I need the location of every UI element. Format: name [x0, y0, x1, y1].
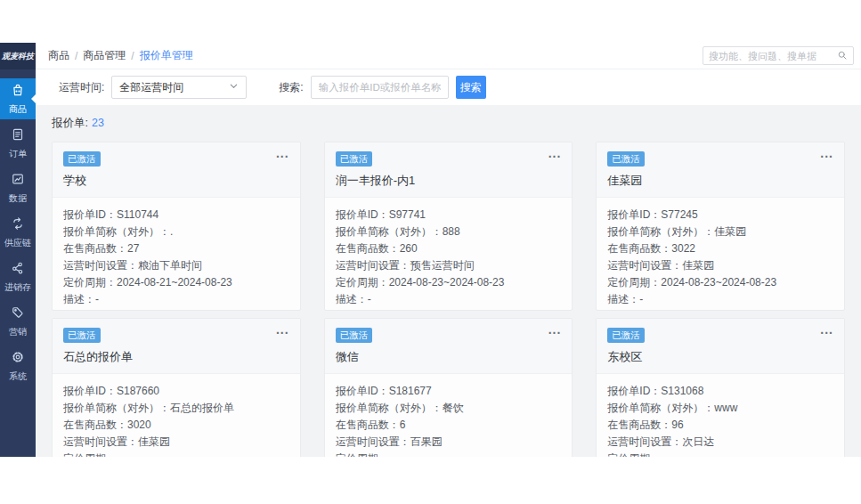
quote-card-header: 已激活 ... 佳菜园: [597, 142, 844, 198]
filter-bar: 运营时间: 全部运营时间 搜索: 搜索: [36, 69, 861, 105]
card-fields: 报价单ID：S77245 报价单简称（对外）：佳菜园 在售商品数：3022 运营…: [597, 198, 844, 311]
global-search-input[interactable]: [709, 51, 837, 61]
card-field-row: 定价周期：-: [336, 451, 562, 457]
card-field-value: .: [170, 225, 173, 238]
status-badge: 已激活: [63, 151, 101, 167]
status-badge: 已激活: [607, 328, 645, 343]
search-icon[interactable]: [837, 48, 848, 64]
sidebar-item-marketing[interactable]: 营销: [0, 301, 36, 342]
quote-card-header: 已激活 ... 石总的报价单: [53, 319, 300, 374]
card-field-label: 报价单ID：: [336, 208, 389, 221]
marketing-tag-icon: [10, 305, 26, 324]
card-field-label: 定价周期：: [63, 452, 117, 457]
card-field-label: 描述：: [607, 293, 639, 305]
goods-bag-icon: [10, 82, 26, 102]
card-field-row: 定价周期：2024-08-21~2024-08-23: [63, 274, 289, 291]
card-field-value: 260: [400, 242, 418, 255]
card-field-value: S110744: [117, 208, 158, 221]
card-field-row: 报价单简称（对外）：.: [63, 224, 289, 240]
global-search-box[interactable]: [703, 46, 854, 65]
sidebar-item-label: 进销存: [4, 281, 31, 294]
quote-count-value: 23: [92, 117, 104, 129]
card-more-button[interactable]: ...: [548, 146, 562, 160]
card-field-label: 运营时间设置：: [607, 435, 682, 448]
status-badge: 已激活: [336, 328, 373, 343]
quote-search-input[interactable]: [311, 76, 449, 99]
card-field-row: 定价周期：2024-08-23~2024-08-23: [336, 274, 562, 291]
card-field-row: 报价单简称（对外）：餐饮: [336, 400, 562, 417]
sidebar-item-system[interactable]: 系统: [0, 345, 36, 386]
card-fields: 报价单ID：S181677 报价单简称（对外）：餐饮 在售商品数：6 运营时间设…: [325, 374, 573, 457]
sidebar-item-supply-chain[interactable]: 供应链: [0, 212, 36, 253]
top-bar: 商品 / 商品管理 / 报价单管理: [36, 43, 861, 69]
card-field-label: 报价单简称（对外）：: [607, 402, 714, 414]
card-more-button[interactable]: ...: [276, 146, 289, 160]
sidebar-item-orders[interactable]: 订单: [0, 123, 36, 164]
card-field-label: 在售商品数：: [336, 242, 400, 255]
card-field-label: 在售商品数：: [607, 419, 671, 431]
quote-card-title: 佳菜园: [607, 173, 833, 189]
card-field-row: 定价周期：-: [63, 451, 289, 457]
card-field-row: 描述：-: [63, 291, 289, 308]
card-field-label: 报价单简称（对外）：: [336, 225, 443, 238]
card-field-value: 2024-08-23~2024-08-23: [389, 276, 505, 289]
card-field-value: -: [368, 293, 371, 305]
card-field-row: 描述：-: [336, 291, 562, 308]
card-field-value: 餐饮: [443, 402, 464, 414]
card-more-button[interactable]: ...: [276, 322, 289, 337]
quote-card-title: 微信: [336, 349, 562, 365]
operation-time-dropdown[interactable]: 全部运营时间: [111, 76, 247, 99]
sidebar-item-inventory[interactable]: 进销存: [0, 256, 36, 297]
card-field-row: 运营时间设置：预售运营时间: [336, 257, 562, 274]
sidebar-item-data[interactable]: 数据: [0, 167, 36, 208]
breadcrumb-item-goods[interactable]: 商品: [48, 48, 69, 63]
search-button[interactable]: 搜索: [456, 76, 486, 99]
card-field-value: 3020: [127, 419, 151, 431]
card-field-label: 定价周期：: [336, 276, 389, 289]
order-doc-icon: [10, 126, 26, 146]
card-field-row: 在售商品数：96: [607, 417, 833, 434]
card-field-label: 报价单ID：: [336, 385, 389, 397]
card-field-label: 在售商品数：: [63, 419, 127, 431]
card-fields: 报价单ID：S110744 报价单简称（对外）：. 在售商品数：27 运营时间设…: [53, 198, 300, 311]
card-more-button[interactable]: ...: [820, 322, 833, 337]
quote-card-title: 东校区: [607, 349, 833, 365]
card-field-row: 在售商品数：27: [63, 240, 289, 257]
card-field-label: 在售商品数：: [336, 419, 400, 431]
card-field-value: -: [389, 452, 393, 457]
breadcrumb-item-goods-management[interactable]: 商品管理: [83, 48, 126, 63]
card-field-row: 描述：-: [607, 291, 833, 308]
card-more-button[interactable]: ...: [820, 146, 833, 160]
company-logo: 观麦科技: [0, 43, 36, 69]
search-filter-label: 搜索:: [279, 80, 303, 95]
card-field-row: 定价周期：-: [607, 451, 833, 457]
card-field-value: -: [117, 452, 120, 457]
quote-card-grid: 已激活 ... 学校 报价单ID：S110744 报价单简称（对外）：. 在售商…: [52, 142, 845, 457]
card-field-label: 报价单ID：: [607, 385, 661, 397]
main-area: 商品 / 商品管理 / 报价单管理 运营时间: 全部运营时间: [36, 43, 861, 457]
card-field-value: 2024-08-23~2024-08-23: [661, 276, 776, 289]
card-field-label: 定价周期：: [607, 276, 661, 289]
card-field-label: 报价单简称（对外）：: [63, 225, 170, 238]
card-field-row: 报价单简称（对外）：石总的报价单: [63, 400, 289, 417]
card-field-label: 描述：: [63, 293, 95, 305]
quote-count-label: 报价单:: [52, 117, 88, 129]
quote-card-title: 学校: [63, 173, 289, 189]
card-field-value: 佳菜园: [682, 259, 714, 272]
sidebar-item-goods[interactable]: 商品: [0, 78, 36, 119]
card-field-value: 2024-08-21~2024-08-23: [117, 276, 232, 289]
card-field-row: 运营时间设置：佳菜园: [63, 434, 289, 451]
status-badge: 已激活: [63, 328, 101, 343]
card-field-label: 运营时间设置：: [336, 259, 410, 272]
card-field-value: S77245: [661, 208, 697, 221]
quote-count-summary: 报价单:23: [52, 116, 845, 131]
quote-card-header: 已激活 ... 润一丰报价-内1: [325, 142, 573, 198]
inventory-share-icon: [10, 260, 26, 280]
card-field-value: 3022: [671, 242, 695, 255]
card-more-button[interactable]: ...: [548, 322, 562, 337]
card-field-row: 报价单简称（对外）：佳菜园: [607, 224, 833, 240]
card-field-row: 运营时间设置：次日达: [607, 434, 833, 451]
quote-card-header: 已激活 ... 学校: [53, 142, 300, 198]
card-field-row: 报价单简称（对外）：www: [607, 400, 833, 417]
system-gear-icon: [10, 349, 26, 369]
